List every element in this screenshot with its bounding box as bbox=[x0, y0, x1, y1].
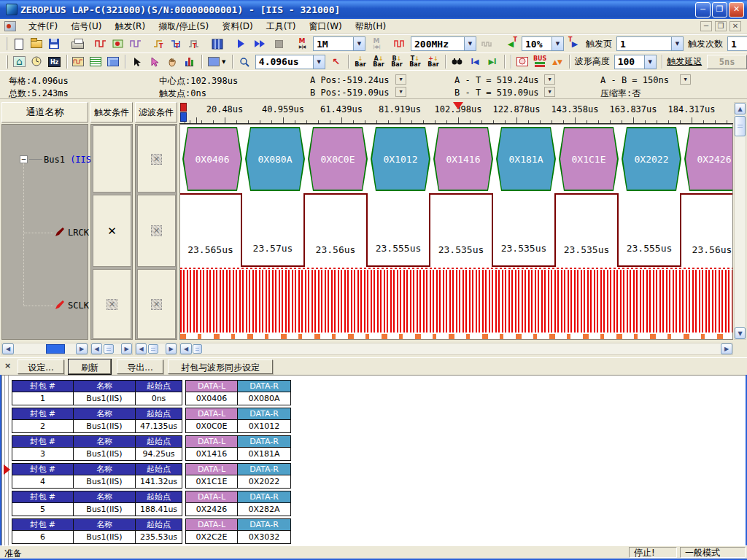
mdi-minimize-button[interactable]: ─ bbox=[700, 21, 712, 31]
next-transition-button[interactable]: ▶l bbox=[484, 54, 501, 70]
prev-transition-button[interactable]: l◀ bbox=[466, 54, 484, 70]
scroll-down-button[interactable]: ▼ bbox=[735, 327, 746, 339]
t-bar-handle[interactable] bbox=[180, 103, 187, 112]
mdi-restore-button[interactable]: ❐ bbox=[715, 21, 727, 31]
trigger-count-combo[interactable]: 1▼ bbox=[727, 36, 747, 51]
names-scroll-thumb[interactable] bbox=[46, 344, 65, 354]
trigger-cell-sclk[interactable]: ✕ bbox=[93, 269, 131, 339]
scroll-left-button[interactable]: ◀ bbox=[2, 343, 14, 354]
save-file-button[interactable] bbox=[45, 36, 63, 52]
bus-edit-button[interactable] bbox=[127, 36, 144, 52]
channel-label-lrck[interactable]: LRCK bbox=[68, 228, 89, 238]
waveform-pane[interactable]: 0X04060X080A0X0C0E0X10120X14160X181A0X1C… bbox=[179, 124, 733, 340]
filter-cell-lrck[interactable]: ✕ bbox=[137, 195, 176, 267]
menu-item[interactable]: 资料(D) bbox=[215, 19, 260, 34]
menu-item[interactable]: 撷取/停止(S) bbox=[152, 19, 215, 34]
frequency-display-button[interactable]: Hz bbox=[46, 54, 63, 70]
a-pos-dropdown[interactable]: ▼ bbox=[395, 74, 406, 85]
sample-rate-button[interactable] bbox=[391, 36, 409, 52]
packet-list-window-button[interactable] bbox=[87, 54, 104, 70]
open-file-button[interactable] bbox=[28, 36, 45, 52]
time-window-button[interactable] bbox=[514, 54, 531, 70]
select-cursor-button[interactable] bbox=[128, 54, 146, 70]
chevron-down-icon[interactable]: ▼ bbox=[644, 55, 656, 69]
b-pos-dropdown[interactable]: ▼ bbox=[395, 87, 406, 97]
chevron-down-icon[interactable]: ▼ bbox=[671, 37, 683, 50]
packet-list[interactable]: 封包 #名称起始点DATA-LDATA-R1Bus1(IIS)0ns0X0406… bbox=[1, 375, 746, 545]
menu-item[interactable]: 信号(U) bbox=[64, 19, 108, 34]
channel-label-sclk[interactable]: SCLK bbox=[68, 300, 89, 311]
scroll-thumb[interactable] bbox=[148, 344, 158, 354]
trigger-cell-bus[interactable] bbox=[93, 125, 131, 192]
trigger-cell-lrck[interactable]: ✕ bbox=[93, 195, 131, 267]
trigger-pos-right-button[interactable]: ▶T bbox=[566, 36, 584, 52]
mdi-close-button[interactable]: ✕ bbox=[729, 21, 741, 31]
packet-block[interactable]: 封包 #名称起始点DATA-LDATA-R2Bus1(IIS)47.135us0… bbox=[12, 408, 290, 434]
add-bar-button[interactable]: +↓Bar bbox=[424, 54, 442, 70]
sample-rate-combo[interactable]: 200MHz▼ bbox=[411, 36, 476, 51]
trigger-position-combo[interactable]: 10%▼ bbox=[522, 36, 564, 51]
repeated-run-button[interactable] bbox=[249, 36, 270, 52]
filter-cell-sclk[interactable]: ✕ bbox=[137, 269, 176, 339]
filter-scrollbar[interactable]: ◀ ▶ bbox=[135, 343, 177, 355]
display-range-combo[interactable]: 4.096us▼ bbox=[255, 55, 325, 69]
packet-sync-button[interactable]: 封包与波形同步设定 bbox=[168, 359, 273, 374]
trigger-marker-icon[interactable] bbox=[453, 102, 463, 109]
memory-depth-button[interactable]: M▶|◀ bbox=[293, 36, 311, 52]
trigger-page-combo[interactable]: 1▼ bbox=[616, 36, 684, 51]
menu-item[interactable]: 窗口(W) bbox=[302, 19, 348, 34]
panel-close-icon[interactable]: × bbox=[4, 361, 11, 370]
scroll-thumb[interactable] bbox=[104, 344, 114, 354]
scroll-left-button[interactable]: ◀ bbox=[136, 343, 147, 354]
bus-channel-label[interactable]: Bus1 (IIS) bbox=[44, 155, 96, 165]
vertical-scroll-thumb[interactable] bbox=[735, 116, 746, 136]
menu-item[interactable]: 帮助(H) bbox=[349, 19, 392, 34]
time-ruler[interactable]: 20.48us40.959us61.439us81.919us102.398us… bbox=[179, 102, 733, 124]
trigger-width-button[interactable]: T bbox=[185, 36, 203, 52]
trigger-pos-left-button[interactable]: ◀T bbox=[502, 36, 519, 52]
new-file-button[interactable] bbox=[10, 36, 28, 52]
chevron-down-icon[interactable]: ▼ bbox=[551, 37, 563, 50]
time-display-button[interactable] bbox=[28, 54, 46, 70]
bus-view-button[interactable]: BUS bbox=[531, 54, 549, 70]
memory-depth-combo[interactable]: 1M▼ bbox=[313, 36, 365, 51]
chevron-down-icon[interactable]: ▼ bbox=[313, 55, 325, 69]
home-button[interactable]: ⌂ bbox=[11, 54, 28, 70]
sampling-setup-button[interactable] bbox=[92, 36, 109, 52]
goto-bar-button[interactable]: ↓Bar bbox=[351, 54, 369, 70]
menu-item[interactable]: 触发(R) bbox=[108, 19, 152, 34]
find-button[interactable] bbox=[449, 54, 466, 70]
scroll-right-button[interactable]: ▶ bbox=[76, 343, 88, 354]
minimize-button[interactable]: ─ bbox=[695, 2, 711, 18]
scroll-right-button[interactable]: ▶ bbox=[166, 343, 177, 354]
statistics-button[interactable] bbox=[181, 54, 198, 70]
scroll-up-button[interactable]: ▲ bbox=[735, 103, 746, 114]
waveform-scroll-thumb[interactable] bbox=[193, 344, 202, 354]
menu-item[interactable]: 文件(F) bbox=[22, 19, 64, 34]
waveform-mode-button[interactable]: ▼ bbox=[204, 54, 229, 70]
goto-trigger-button[interactable]: ↖ bbox=[328, 54, 345, 70]
b-t-dropdown[interactable]: ▼ bbox=[544, 87, 555, 97]
b-bar-button[interactable]: B↓Bar bbox=[387, 54, 406, 70]
trigger-scrollbar[interactable]: ◀ ▶ bbox=[90, 343, 133, 355]
a-b-dropdown[interactable]: ▼ bbox=[680, 74, 691, 85]
packet-refresh-button[interactable]: 刷新 bbox=[69, 359, 111, 374]
note-cursor-button[interactable] bbox=[146, 54, 163, 70]
bus-packet-button[interactable] bbox=[209, 36, 226, 52]
external-clock-button[interactable] bbox=[479, 36, 496, 52]
a-t-dropdown[interactable]: ▼ bbox=[544, 74, 555, 85]
waveform-scrollbar[interactable]: ◀ ▶ bbox=[179, 343, 733, 355]
packet-block[interactable]: 封包 #名称起始点DATA-LDATA-R3Bus1(IIS)94.25us0X… bbox=[12, 435, 290, 462]
trigger-pattern-button[interactable]: T bbox=[168, 36, 185, 52]
zoom-button[interactable] bbox=[236, 54, 253, 70]
tree-collapse-toggle[interactable]: − bbox=[20, 155, 28, 163]
stop-button[interactable] bbox=[270, 36, 287, 52]
memory-page-button[interactable]: M|◀▶| bbox=[368, 36, 385, 52]
pan-hand-button[interactable] bbox=[163, 54, 181, 70]
packet-block[interactable]: 封包 #名称起始点DATA-LDATA-R1Bus1(IIS)0ns0X0406… bbox=[12, 380, 290, 406]
a-bar-button[interactable]: A↓Bar bbox=[369, 54, 387, 70]
port-setup-button[interactable] bbox=[109, 36, 127, 52]
chevron-down-icon[interactable]: ▼ bbox=[353, 37, 365, 50]
packet-settings-button[interactable]: 设定... bbox=[18, 359, 64, 374]
packet-block[interactable]: 封包 #名称起始点DATA-LDATA-R5Bus1(IIS)188.41us0… bbox=[12, 491, 290, 517]
